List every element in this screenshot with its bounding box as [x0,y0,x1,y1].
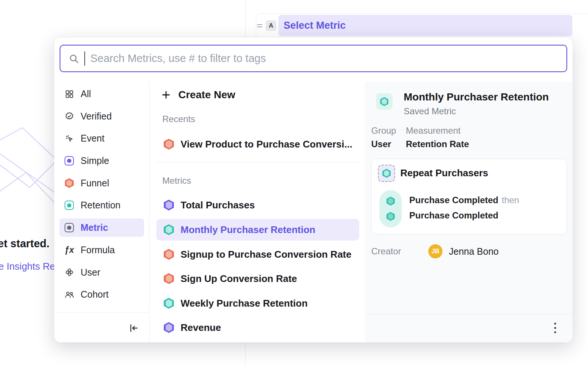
collapse-icon [129,323,139,333]
recents-heading: Recents [162,114,195,124]
saved-metric-icon [376,93,392,110]
sidebar-item-label: Verified [81,111,112,122]
metric-preview-panel: Monthly Purchaser Retention Saved Metric… [365,81,573,342]
simple-hexagon-icon [64,156,74,165]
metric-item-label: Signup to Purchase Conversion Rate [181,249,351,260]
sidebar-footer-divider [54,312,149,313]
search-icon [69,53,79,64]
sidebar-item-label: Retention [81,200,121,211]
creator-row: Creator JB Jenna Bono [371,244,565,259]
select-metric-field[interactable]: Select Metric [278,15,572,36]
metric-definition-card: Repeat Purchasers Purchase Completedthen… [371,159,567,235]
create-new-button[interactable]: Create New [161,87,235,103]
retention-hexagon-icon [164,224,174,235]
metric-block-chip[interactable]: A [266,20,276,31]
metric-hexagon-icon [164,200,174,211]
sidebar-item-label: Metric [81,222,108,233]
sidebar-item-label: Formula [81,245,115,255]
sidebar-item-simple[interactable]: Simple [59,152,144,170]
metric-list-item[interactable]: Sign Up Conversion Rate [156,268,359,289]
plus-icon [161,90,171,100]
preview-title: Monthly Purchaser Retention [404,91,549,103]
sidebar-item-label: User [81,267,100,278]
sidebar-item-cohort[interactable]: Cohort [59,285,144,304]
metrics-heading: Metrics [162,176,191,186]
property-label: Measurement [406,125,469,136]
retention-hexagon-icon [164,298,174,309]
metric-list-item-selected[interactable]: Monthly Purchaser Retention [156,219,359,241]
sidebar-item-retention[interactable]: Retention [59,196,144,214]
recent-item[interactable]: View Product to Purchase Conversi... [156,133,359,155]
section-divider [156,162,359,162]
metric-item-label: Total Purchases [181,199,255,211]
retention-criteria-icon [378,165,395,182]
then-connector: then [502,195,519,205]
sidebar-item-label: Cohort [81,289,109,300]
insights-report-link[interactable]: e Insights Re [0,261,55,272]
metric-selector-modal: All Verified Event Simple Funnel [54,37,573,342]
sidebar-item-all[interactable]: All [59,85,144,103]
metric-list-column: Create New Recents View Product to Purch… [149,81,365,342]
sidebar-item-label: All [81,89,91,99]
event-hexagon-icon [387,197,395,206]
sidebar-item-label: Funnel [81,178,109,189]
sidebar-item-user[interactable]: User [59,263,144,282]
metric-list-item[interactable]: Revenue [156,317,359,338]
sidebar-item-verified[interactable]: Verified [59,107,144,125]
search-input[interactable] [90,52,558,65]
recent-item-label: View Product to Purchase Conversi... [181,139,352,150]
metric-item-label: Weekly Purchase Retention [181,298,308,309]
metric-list-item[interactable]: Weekly Purchase Retention [156,292,359,314]
collapse-sidebar-button[interactable] [125,319,142,336]
preview-subtitle: Saved Metric [404,106,456,117]
text-caret [84,52,85,66]
event-hexagon-icon [387,212,395,221]
definition-title: Repeat Purchasers [400,167,488,179]
metric-item-label: Sign Up Conversion Rate [181,273,297,285]
sidebar-item-formula[interactable]: ƒx Formula [59,241,144,259]
retention-hexagon-icon [64,201,74,210]
metric-list-item[interactable]: Signup to Purchase Conversion Rate [156,244,359,265]
preview-footer-divider [365,314,573,314]
more-options-button[interactable] [547,319,564,336]
property-value: User [371,139,396,149]
category-sidebar: All Verified Event Simple Funnel [54,81,149,342]
sidebar-item-label: Simple [81,155,109,166]
property-measurement: Measurement Retention Rate [406,125,469,149]
get-started-text: et started. [0,238,50,250]
create-new-label: Create New [178,89,235,101]
metric-hexagon-icon [64,223,74,232]
metric-list-item[interactable]: Total Purchases [156,194,359,216]
definition-step-2: Purchase Completed [409,210,498,221]
metric-properties: Group User Measurement Retention Rate [371,125,469,149]
event-sequence-capsule [379,190,402,227]
metric-item-label: Monthly Purchaser Retention [181,224,315,236]
sidebar-item-metric[interactable]: Metric [59,218,144,237]
funnel-hexagon-icon [164,139,174,150]
metric-item-label: Revenue [181,322,221,334]
funnel-hexagon-icon [64,178,74,188]
verified-badge-icon [64,112,74,121]
search-bar [60,45,567,72]
sidebar-item-funnel[interactable]: Funnel [59,174,144,192]
sidebar-item-event[interactable]: Event [59,129,144,148]
creator-label: Creator [371,246,422,257]
funnel-hexagon-icon [164,273,174,284]
event-cursor-icon [64,134,74,143]
user-flower-icon [64,268,74,277]
creator-name: Jenna Bono [449,246,498,257]
definition-step-1: Purchase Completedthen [409,195,519,205]
property-group: Group User [371,125,396,149]
sidebar-item-label: Event [81,133,104,144]
drag-handle-icon[interactable] [257,23,263,29]
grid-icon [64,90,74,99]
metric-hexagon-icon [164,322,174,333]
funnel-hexagon-icon [164,249,174,260]
property-value: Retention Rate [406,139,469,149]
property-label: Group [371,125,396,136]
creator-avatar: JB [428,244,442,258]
formula-icon: ƒx [64,245,74,255]
kebab-menu-icon [554,322,557,334]
cohort-people-icon [64,290,74,299]
